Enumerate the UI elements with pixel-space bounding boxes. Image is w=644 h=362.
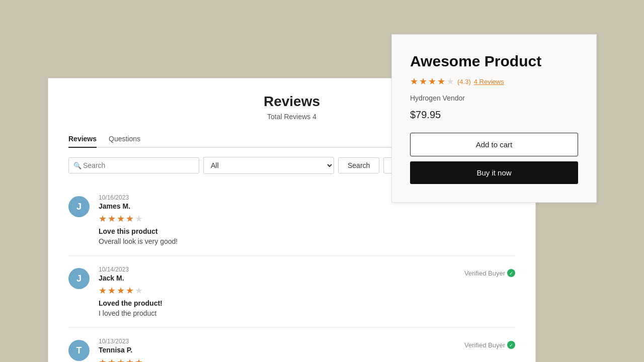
product-price: $79.95 (410, 109, 578, 121)
search-input[interactable] (68, 157, 199, 173)
review-date: 10/13/2023 (99, 338, 515, 345)
product-star-4: ★ (437, 76, 445, 87)
review-title: Loved the product! (99, 299, 515, 307)
stars: ★ ★ ★ ★ ★ (99, 213, 515, 224)
stars: ★ ★ ★ ★ ★ (99, 357, 515, 362)
review-item: T 10/13/2023 Tennisa P. ★ ★ ★ ★ ★ Loved … (68, 328, 515, 362)
star-3: ★ (117, 213, 125, 224)
review-title: Love this product (99, 227, 515, 235)
star-2: ★ (108, 213, 116, 224)
reviewer-name: Jack M. (99, 274, 515, 282)
star-1: ★ (99, 357, 107, 362)
star-1: ★ (99, 285, 107, 296)
search-icon: 🔍 (73, 162, 82, 169)
star-4: ★ (126, 357, 134, 362)
star-3: ★ (117, 357, 125, 362)
star-4: ★ (126, 213, 134, 224)
product-star-1: ★ (410, 76, 418, 87)
reviewer-name: Tennisa P. (99, 346, 515, 354)
product-rating: ★ ★ ★ ★ ★ (4.3) 4 Reviews (410, 76, 578, 87)
avatar: T (68, 340, 90, 361)
filter-select[interactable]: All 5 Stars 4 Stars 3 Stars 2 Stars 1 St… (203, 157, 334, 174)
review-body: Overall look is very good! (99, 237, 515, 245)
review-body: I loved the product (99, 309, 515, 317)
search-input-wrapper: 🔍 (68, 157, 199, 173)
star-2: ★ (108, 357, 116, 362)
tab-reviews[interactable]: Reviews (68, 131, 97, 148)
tab-questions[interactable]: Questions (109, 131, 140, 147)
star-2: ★ (108, 285, 116, 296)
verified-icon: ✓ (507, 269, 515, 277)
star-1: ★ (99, 213, 107, 224)
star-3: ★ (117, 285, 125, 296)
verified-label: Verified Buyer (464, 269, 505, 277)
product-panel: Awesome Product ★ ★ ★ ★ ★ (4.3) 4 Review… (391, 34, 597, 203)
verified-icon: ✓ (507, 341, 515, 349)
avatar: J (68, 268, 90, 289)
review-content: 10/13/2023 Tennisa P. ★ ★ ★ ★ ★ Loved it… (99, 338, 515, 362)
search-button[interactable]: Search (338, 157, 379, 173)
star-5: ★ (135, 285, 143, 296)
review-content: 10/14/2023 Jack M. ★ ★ ★ ★ ★ Loved the p… (99, 266, 515, 317)
add-to-cart-button[interactable]: Add to cart (410, 133, 578, 156)
verified-label: Verified Buyer (464, 341, 505, 349)
rating-count[interactable]: 4 Reviews (474, 78, 504, 85)
product-star-5: ★ (446, 76, 454, 87)
product-title: Awesome Product (410, 53, 578, 70)
product-stars: ★ ★ ★ ★ ★ (410, 76, 454, 87)
review-date: 10/14/2023 (99, 266, 515, 273)
star-4: ★ (126, 285, 134, 296)
product-star-2: ★ (419, 76, 427, 87)
verified-badge: Verified Buyer ✓ (464, 269, 515, 277)
product-star-3: ★ (428, 76, 436, 87)
star-5: ★ (135, 357, 143, 362)
review-item: J 10/14/2023 Jack M. ★ ★ ★ ★ ★ Loved the… (68, 256, 515, 328)
avatar: J (68, 196, 90, 217)
star-5: ★ (135, 213, 143, 224)
buy-now-button[interactable]: Buy it now (410, 161, 578, 184)
stars: ★ ★ ★ ★ ★ (99, 285, 515, 296)
rating-score: (4.3) (457, 78, 471, 85)
reviewer-name: James M. (99, 202, 515, 210)
vendor-name: Hydrogen Vendor (410, 94, 578, 102)
verified-badge: Verified Buyer ✓ (464, 341, 515, 349)
